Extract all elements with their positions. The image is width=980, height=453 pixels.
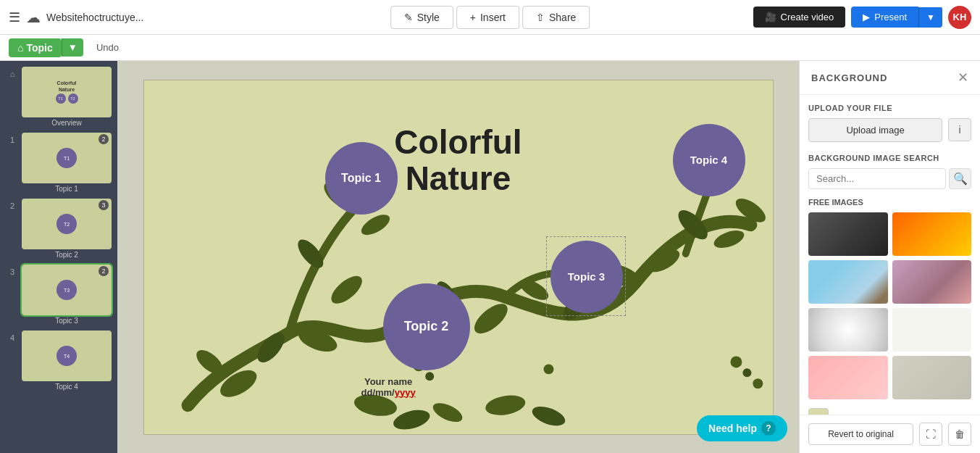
insert-icon: + <box>470 12 476 23</box>
svg-point-26 <box>730 356 742 367</box>
image-thumb-pink[interactable] <box>808 356 888 399</box>
svg-point-20 <box>430 399 464 425</box>
hamburger-icon[interactable]: ☰ <box>9 9 20 25</box>
sidebar: ⌂ Colorful Nature T1 T2 Overview <box>0 61 117 453</box>
home-icon: ⌂ <box>17 42 23 54</box>
slide-thumb-4[interactable]: T4 <box>22 331 112 381</box>
slide-thumb-overview[interactable]: Colorful Nature T1 T2 <box>22 67 112 117</box>
app-title: Websitehoctructuye... <box>46 12 143 23</box>
image-thumb-laptop[interactable] <box>808 260 888 304</box>
slide-1-container: T1 2 Topic 1 <box>22 133 112 193</box>
svg-point-28 <box>753 378 763 388</box>
topic-circle-1[interactable]: Topic 1 <box>325 142 398 215</box>
topbar-left: ☰ ☁ Websitehoctructuye... <box>9 9 143 26</box>
need-help-button[interactable]: Need help ? <box>697 415 787 441</box>
panel-footer: Revert to original ⛶ 🗑 <box>800 415 980 453</box>
search-row: 🔍 <box>808 168 971 189</box>
undo-button[interactable]: Undo <box>89 39 126 56</box>
author-date: dd/mm/yyyy <box>361 387 416 398</box>
upload-section-title: UPLOAD YOUR FILE <box>808 104 971 112</box>
svg-point-21 <box>484 392 527 417</box>
info-button[interactable]: i <box>948 118 971 141</box>
svg-point-6 <box>358 210 393 238</box>
image-thumb-sunset[interactable] <box>892 212 972 256</box>
create-video-button[interactable]: 🎥 Create video <box>753 7 846 28</box>
help-icon: ? <box>761 421 776 436</box>
present-btn-group: ▶ Present ▼ <box>851 7 942 28</box>
image-thumb-purple[interactable] <box>892 260 972 304</box>
video-icon: 🎥 <box>765 12 776 22</box>
cloud-icon: ☁ <box>26 9 41 26</box>
play-icon: ▶ <box>863 12 870 22</box>
avatar[interactable]: KH <box>948 6 971 29</box>
topbar: ☰ ☁ Websitehoctructuye... ✎ Style + Inse… <box>0 0 980 35</box>
delete-button[interactable]: 🗑 <box>948 423 971 446</box>
svg-point-27 <box>742 368 751 377</box>
revert-button[interactable]: Revert to original <box>808 423 913 445</box>
trash-icon: 🗑 <box>955 428 965 440</box>
slide-2-container: T2 3 Topic 2 <box>22 199 112 259</box>
panel-header: BACKGROUND ✕ <box>800 61 980 95</box>
topic-dropdown-button[interactable]: ▼ <box>62 38 83 57</box>
author-info[interactable]: Your name dd/mm/yyyy <box>361 376 416 398</box>
slide-index-overview: ⌂ <box>6 67 19 78</box>
svg-point-16 <box>711 227 746 252</box>
share-button[interactable]: ⇧ Share <box>522 6 590 29</box>
svg-point-4 <box>327 271 367 309</box>
panel-title: BACKGROUND <box>811 72 887 83</box>
topbar-center: ✎ Style + Insert ⇧ Share <box>390 6 590 29</box>
topic-circle-4[interactable]: Topic 4 <box>673 124 745 196</box>
slide-4-container: T4 Topic 4 <box>22 331 112 391</box>
slide-index-1: 1 <box>6 133 19 144</box>
main-layout: ⌂ Colorful Nature T1 T2 Overview <box>0 61 980 453</box>
slide-title[interactable]: Colorful Nature <box>394 124 522 197</box>
search-icon: 🔍 <box>953 172 968 186</box>
selection-box: Topic 3 <box>546 236 626 316</box>
slide-3-container: T3 2 Topic 3 <box>22 265 112 325</box>
svg-point-19 <box>391 406 432 432</box>
present-button[interactable]: ▶ Present <box>851 7 918 28</box>
expand-icon: ⛶ <box>926 428 936 440</box>
upload-image-button[interactable]: Upload image <box>808 118 942 142</box>
canvas-area: Colorful Nature Topic 1 Topic 2 Topic 3 … <box>117 61 799 453</box>
slide-label-3: Topic 3 <box>55 317 78 325</box>
slide-badge-1: 2 <box>99 134 109 144</box>
present-dropdown-button[interactable]: ▼ <box>918 7 942 28</box>
slide-index-3: 3 <box>6 265 19 276</box>
image-thumb-white[interactable] <box>892 308 972 352</box>
image-thumb-grey[interactable] <box>808 308 888 352</box>
image-thumb-misc[interactable] <box>892 356 972 399</box>
slide-overview-container: Colorful Nature T1 T2 Overview <box>22 67 112 127</box>
upload-row: Upload image i <box>808 118 971 142</box>
search-button[interactable]: 🔍 <box>949 168 971 189</box>
svg-point-24 <box>425 372 434 381</box>
bg-color-row: Background color <box>808 408 971 415</box>
share-icon: ⇧ <box>536 12 545 23</box>
slide-label-4: Topic 4 <box>55 383 78 391</box>
slide-label-2: Topic 2 <box>55 251 78 259</box>
slide-label-1: Topic 1 <box>55 185 78 193</box>
topic-circle-3[interactable]: Topic 3 <box>550 241 623 313</box>
svg-point-25 <box>543 364 553 374</box>
slide-index-4: 4 <box>6 331 19 342</box>
close-icon[interactable]: ✕ <box>958 70 968 86</box>
style-button[interactable]: ✎ Style <box>390 6 453 29</box>
search-input[interactable] <box>808 168 946 189</box>
slide-label-overview: Overview <box>51 119 82 127</box>
slide-canvas: Colorful Nature Topic 1 Topic 2 Topic 3 … <box>143 80 774 435</box>
topic-button[interactable]: ⌂ Topic <box>9 38 62 57</box>
toolbar: ⌂ Topic ▼ Undo <box>0 35 980 61</box>
topbar-right: 🎥 Create video ▶ Present ▼ KH <box>753 6 971 29</box>
insert-button[interactable]: + Insert <box>456 6 519 29</box>
style-icon: ✎ <box>404 12 413 23</box>
expand-button[interactable]: ⛶ <box>919 423 942 446</box>
slide-index-2: 2 <box>6 199 19 210</box>
image-thumb-world[interactable] <box>808 212 888 256</box>
author-name: Your name <box>361 376 416 387</box>
svg-point-22 <box>529 402 567 429</box>
panel-body: UPLOAD YOUR FILE Upload image i BACKGROU… <box>800 95 980 415</box>
topic-circle-2[interactable]: Topic 2 <box>383 283 470 370</box>
right-panel: BACKGROUND ✕ UPLOAD YOUR FILE Upload ima… <box>799 61 980 453</box>
color-swatch[interactable] <box>808 408 829 415</box>
image-grid <box>808 212 971 399</box>
